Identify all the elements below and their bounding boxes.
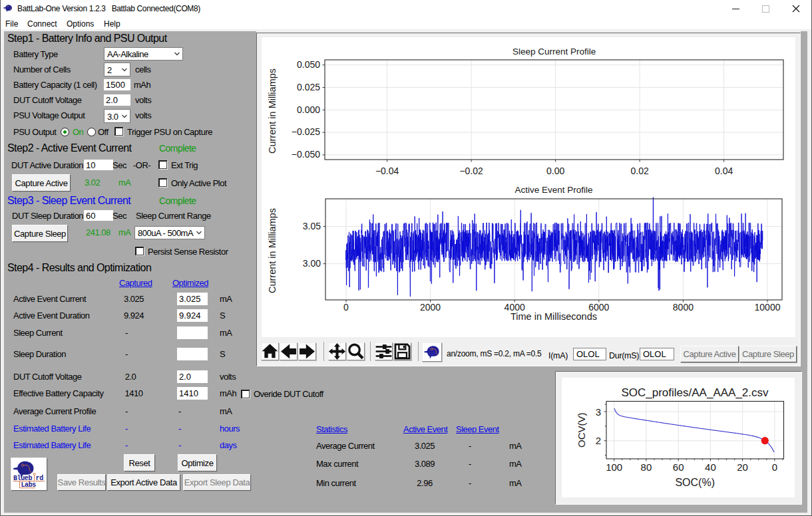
svg-text:Blueb: Blueb [13, 475, 32, 482]
svg-text:Sleep Current Profile: Sleep Current Profile [512, 47, 596, 57]
svg-text:3: 3 [596, 406, 601, 418]
svg-text:2000: 2000 [420, 302, 441, 313]
svg-text:3.00: 3.00 [303, 258, 321, 269]
svg-text:SOC(%): SOC(%) [675, 477, 715, 488]
svg-text:Current in Milliamps: Current in Milliamps [267, 208, 278, 293]
svg-text:0.050: 0.050 [297, 59, 320, 70]
svg-text:20: 20 [737, 461, 748, 473]
svg-text:0.000: 0.000 [297, 104, 320, 115]
svg-text:0.04: 0.04 [715, 166, 733, 176]
svg-text:0.025: 0.025 [297, 82, 320, 92]
svg-text:OCV(V): OCV(V) [576, 412, 587, 448]
svg-text:−0.04: −0.04 [375, 166, 399, 176]
svg-text:rd: rd [36, 475, 44, 482]
svg-text:Labs: Labs [21, 481, 37, 489]
svg-text:0.00: 0.00 [546, 166, 564, 176]
svg-text:10000: 10000 [755, 302, 781, 313]
svg-text:0: 0 [343, 302, 349, 313]
svg-text:0.02: 0.02 [630, 166, 648, 176]
svg-text:Current in Milliamps: Current in Milliamps [267, 68, 278, 154]
svg-text:0: 0 [772, 461, 777, 473]
svg-text:−0.050: −0.050 [292, 149, 320, 160]
svg-text:−0.02: −0.02 [459, 166, 483, 176]
svg-text:80: 80 [641, 461, 652, 473]
svg-text:Time in Milliseconds: Time in Milliseconds [510, 311, 597, 322]
svg-text:2: 2 [596, 435, 601, 446]
svg-text:8000: 8000 [673, 302, 694, 313]
svg-text:SOC_profiles/AA_AAA_2.csv: SOC_profiles/AA_AAA_2.csv [621, 386, 769, 399]
svg-text:100: 100 [606, 461, 622, 473]
svg-text:−0.025: −0.025 [292, 126, 320, 137]
svg-text:Active Event Profile: Active Event Profile [514, 185, 592, 195]
svg-text:40: 40 [705, 461, 716, 473]
svg-text:3.05: 3.05 [303, 221, 321, 231]
svg-text:60: 60 [673, 461, 684, 473]
